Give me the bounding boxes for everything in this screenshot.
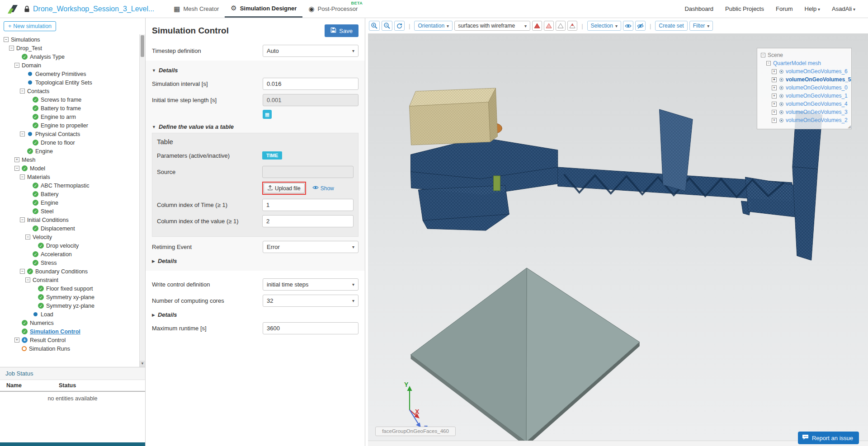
scene-item-volumeongeovolumes-1[interactable]: +volumeOnGeoVolumes_1 xyxy=(772,92,848,100)
report-issue-button[interactable]: Report an issue xyxy=(798,432,859,444)
tree-item-numerics[interactable]: ✓Numerics xyxy=(0,319,139,327)
tree-item-constraint[interactable]: −Constraint xyxy=(0,276,139,284)
tree-item-physical-contacts[interactable]: −Physical Contacts xyxy=(0,130,139,138)
show-all-button[interactable] xyxy=(623,21,633,31)
retiming-details-toggle[interactable]: ▶ Details xyxy=(152,258,359,264)
project-title[interactable]: Drone_Workshop_Session_3_Level... xyxy=(33,5,154,13)
resize-handle-icon[interactable]: ◢ xyxy=(848,124,851,129)
viewport-scrollbar[interactable] xyxy=(368,441,868,446)
tree-item-geometry-primitives[interactable]: Geometry Primitives xyxy=(0,70,139,78)
details-toggle[interactable]: ▼ Details xyxy=(152,67,359,74)
nav-dashboard[interactable]: Dashboard xyxy=(684,5,713,12)
expand-icon[interactable]: + xyxy=(772,94,777,99)
computing-cores-select[interactable]: 32 ▾ xyxy=(263,295,359,307)
scene-item-volumeongeovolumes-0[interactable]: +volumeOnGeoVolumes_0 xyxy=(772,84,848,92)
tree-item-screws-to-frame[interactable]: ✓Screws to frame xyxy=(0,95,139,104)
tree-item-stress[interactable]: ✓Stress xyxy=(0,258,139,267)
nav-asadali[interactable]: AsadAli ▾ xyxy=(832,5,855,12)
scene-root-item[interactable]: − Scene xyxy=(761,51,848,59)
expand-icon[interactable]: + xyxy=(772,110,777,115)
filter-button[interactable]: Filter ▾ xyxy=(689,21,713,31)
scene-mesh-item[interactable]: − QuarterModel mesh xyxy=(761,59,848,67)
mesh-quality-toggle-4[interactable] xyxy=(567,21,577,31)
tree-item-acceleration[interactable]: ✓Acceleration xyxy=(0,250,139,258)
column-index-time-input[interactable] xyxy=(262,199,354,211)
render-mode-select[interactable]: surfaces with wireframe ▾ xyxy=(454,21,530,31)
collapse-icon[interactable]: − xyxy=(766,61,771,66)
expand-icon[interactable]: + xyxy=(14,338,19,343)
tree-item-engine[interactable]: ✓Engine xyxy=(0,147,139,155)
nav-public-projects[interactable]: Public Projects xyxy=(725,5,764,12)
collapse-icon[interactable]: − xyxy=(20,174,25,179)
visibility-icon[interactable] xyxy=(779,70,783,74)
tree-item-velocity[interactable]: −Velocity xyxy=(0,233,139,241)
nav-forum[interactable]: Forum xyxy=(776,5,793,12)
tree-item-drop-test[interactable]: −Drop_Test xyxy=(0,44,139,52)
tree-item-result-control[interactable]: ++Result Control xyxy=(0,336,139,344)
scene-item-volumeongeovolumes-6[interactable]: +volumeOnGeoVolumes_6 xyxy=(772,67,848,75)
scrollbar-thumb[interactable] xyxy=(141,35,144,57)
tree-scrollbar[interactable]: ▼ xyxy=(139,34,145,367)
tree-item-load[interactable]: Load xyxy=(0,310,139,319)
mesh-quality-toggle-2[interactable] xyxy=(544,21,554,31)
upload-file-button[interactable]: Upload file xyxy=(264,183,305,193)
tree-item-simulations[interactable]: −Simulations xyxy=(0,35,139,44)
mesh-quality-toggle-3[interactable] xyxy=(556,21,566,31)
tab-simulation-designer[interactable]: ⚙Simulation Designer xyxy=(225,0,302,18)
visibility-icon[interactable] xyxy=(779,86,783,90)
tree-item-floor-fixed-support[interactable]: ✓Floor fixed support xyxy=(0,284,139,293)
tree-item-boundary-conditions[interactable]: −✓Boundary Conditions xyxy=(0,267,139,276)
zoom-in-button[interactable] xyxy=(369,21,380,31)
tree-item-initial-conditions[interactable]: −Initial Conditions xyxy=(0,216,139,224)
collapse-icon[interactable]: − xyxy=(20,131,25,136)
orientation-button[interactable]: Orientation ▾ xyxy=(414,21,453,31)
create-set-button[interactable]: Create set xyxy=(655,21,687,31)
viewport-canvas[interactable]: − Scene − QuarterModel mesh +volumeOnGeo… xyxy=(368,33,868,441)
tree-item-battery-to-frame[interactable]: ✓Battery to frame xyxy=(0,104,139,113)
tab-post-processor[interactable]: ◉Post-ProcessorBETA xyxy=(302,0,363,18)
timestep-definition-select[interactable]: Auto ▾ xyxy=(263,45,359,57)
tree-item-simulation-control[interactable]: ✓Simulation Control xyxy=(0,327,139,336)
collapse-icon[interactable]: − xyxy=(25,235,30,239)
retiming-event-select[interactable]: Error ▾ xyxy=(263,241,359,253)
collapse-icon[interactable]: − xyxy=(25,277,30,282)
expand-icon[interactable]: + xyxy=(772,118,777,123)
selection-button[interactable]: Selection ▾ xyxy=(587,21,621,31)
scene-item-volumeongeovolumes-4[interactable]: +volumeOnGeoVolumes_4 xyxy=(772,100,848,108)
save-button[interactable]: Save xyxy=(325,24,359,37)
app-logo-icon[interactable] xyxy=(6,3,19,15)
table-section-toggle[interactable]: ▼ Define the value via a table xyxy=(152,123,359,130)
simulation-interval-input[interactable] xyxy=(263,78,359,90)
tree-item-symmetry-xy-plane[interactable]: ✓Symmetry xy-plane xyxy=(0,293,139,301)
nav-help[interactable]: Help ▾ xyxy=(805,5,821,12)
tree-item-model[interactable]: −✓Model xyxy=(0,164,139,173)
visibility-icon[interactable] xyxy=(779,94,783,98)
scene-item-volumeongeovolumes-3[interactable]: +volumeOnGeoVolumes_3 xyxy=(772,108,848,116)
expand-icon[interactable]: + xyxy=(772,102,777,107)
tree-item-battery[interactable]: ✓Battery xyxy=(0,190,139,198)
collapse-icon[interactable]: − xyxy=(9,46,14,51)
tree-item-engine-to-arm[interactable]: ✓Engine to arm xyxy=(0,113,139,121)
collapse-icon[interactable]: − xyxy=(20,89,25,94)
tree-item-topological-entity-sets[interactable]: Topological Entity Sets xyxy=(0,78,139,87)
maximum-runtime-input[interactable] xyxy=(263,322,359,334)
collapse-icon[interactable]: − xyxy=(14,166,19,171)
collapse-icon[interactable]: − xyxy=(20,217,25,222)
tree-item-drop-velocity[interactable]: ✓Drop velocity xyxy=(0,241,139,250)
new-simulation-button[interactable]: + New simulation xyxy=(4,21,56,31)
tree-item-materials[interactable]: −Materials xyxy=(0,173,139,181)
tree-item-symmetry-yz-plane[interactable]: ✓Symmetry yz-plane xyxy=(0,301,139,310)
write-control-select[interactable]: initial time steps ▾ xyxy=(263,278,359,291)
tree-item-engine-to-propeller[interactable]: ✓Engine to propeller xyxy=(0,121,139,130)
visibility-icon[interactable] xyxy=(779,78,783,82)
expand-icon[interactable]: + xyxy=(14,157,19,162)
collapse-icon[interactable]: − xyxy=(20,269,25,274)
scroll-down-icon[interactable]: ▼ xyxy=(140,361,145,367)
scene-item-volumeongeovolumes-2[interactable]: +volumeOnGeoVolumes_2 xyxy=(772,116,848,124)
tree-item-drone-to-floor[interactable]: ✓Drone to floor xyxy=(0,138,139,147)
tree-item-contacts[interactable]: −Contacts xyxy=(0,87,139,95)
tab-mesh-creator[interactable]: ▦Mesh Creator xyxy=(168,0,225,18)
scene-item-volumeongeovolumes-5[interactable]: +volumeOnGeoVolumes_5 xyxy=(772,75,848,84)
expand-icon[interactable]: + xyxy=(772,85,777,90)
fit-view-button[interactable] xyxy=(394,21,405,31)
